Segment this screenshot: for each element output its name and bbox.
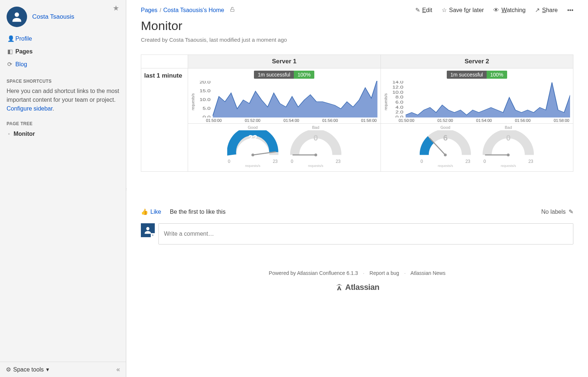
svg-rect-1 xyxy=(231,9,234,11)
page-tree-heading: PAGE TREE xyxy=(7,121,119,126)
col-server-1: Server 1 xyxy=(188,55,381,68)
thumbs-up-icon: 👍 xyxy=(141,208,148,215)
chart-xticks: 01:50:0001:52:0001:54:0001:56:0001:58:00 xyxy=(389,117,570,123)
area-chart: 0.05.010.015.020.0 xyxy=(196,81,378,117)
svg-text:6.0: 6.0 xyxy=(395,100,403,105)
sidebar-item-label: Blog xyxy=(15,61,27,68)
like-label: Like xyxy=(150,209,161,215)
main: Pages / Costa Tsaousis's Home ✎Edit ☆Sav… xyxy=(126,0,588,377)
row-label: last 1 minute xyxy=(141,68,188,172)
page-title: Monitor xyxy=(141,19,573,33)
gauges-server-1: Good 22 023 requests/s Bad 0 023 request… xyxy=(188,124,381,172)
save-for-later-button[interactable]: ☆Save for later xyxy=(442,7,484,14)
svg-text:0.0: 0.0 xyxy=(203,115,211,117)
svg-text:10.0: 10.0 xyxy=(199,98,210,102)
watching-button[interactable]: 👁Watching xyxy=(493,7,525,14)
chevron-down-icon: ▾ xyxy=(46,366,49,373)
svg-text:12.0: 12.0 xyxy=(392,85,403,90)
sidebar-item-pages[interactable]: ◧Pages xyxy=(7,45,119,58)
unlock-icon[interactable] xyxy=(229,7,235,14)
chart-server-1: 1m successful100% requests/s 0.05.010.01… xyxy=(188,68,381,124)
svg-point-16 xyxy=(251,153,254,156)
avatar-icon xyxy=(7,7,27,27)
svg-point-23 xyxy=(146,227,150,230)
star-outline-icon: ☆ xyxy=(442,7,447,14)
footer-powered: Powered by Atlassian Confluence 6.1.3 xyxy=(269,270,358,276)
sidebar-resize-handle[interactable]: ⋮ xyxy=(125,188,127,196)
svg-text:15.0: 15.0 xyxy=(199,89,210,93)
eye-icon: 👁 xyxy=(493,7,499,14)
gauge-good: Good 22 023 requests/s xyxy=(224,125,282,168)
svg-text:8.0: 8.0 xyxy=(395,95,403,100)
atlassian-logo: Atlassian xyxy=(126,283,588,292)
gauge-bad: Bad 0 023 requests/s xyxy=(286,125,345,168)
svg-point-20 xyxy=(444,153,447,156)
share-icon: ↗ xyxy=(535,7,540,14)
comment-avatar-icon: ＋ xyxy=(141,223,155,237)
no-labels-text: No labels xyxy=(541,209,566,215)
page-tree: Monitor xyxy=(7,129,119,139)
footer-report-bug[interactable]: Report a bug xyxy=(370,270,399,276)
gauge-bad: Bad 0 023 requests/s xyxy=(479,125,538,168)
share-button[interactable]: ↗Share xyxy=(535,7,558,14)
pencil-icon: ✎ xyxy=(415,7,420,14)
sidebar-item-profile[interactable]: 👤Profile xyxy=(7,32,119,45)
sidebar-item-label: Profile xyxy=(15,36,32,42)
breadcrumb-separator: / xyxy=(160,7,161,13)
like-first-text: Be the first to like this xyxy=(170,209,225,215)
breadcrumb-row: Pages / Costa Tsaousis's Home ✎Edit ☆Sav… xyxy=(141,7,573,14)
shortcuts-blurb: Here you can add shortcut links to the m… xyxy=(7,87,119,113)
chart-server-2: 1m successful100% requests/s 0.02.04.06.… xyxy=(381,68,573,124)
sidebar-footer: ⚙ Space tools ▾ « xyxy=(0,362,126,377)
ellipsis-icon: ••• xyxy=(567,7,573,14)
col-server-2: Server 2 xyxy=(381,55,573,68)
sidebar: Costa Tsaousis ★ 👤Profile◧Pages⟳Blog SPA… xyxy=(0,0,126,377)
sidebar-nav: 👤Profile◧Pages⟳Blog xyxy=(7,32,119,71)
atlassian-icon xyxy=(335,283,344,292)
configure-sidebar-link[interactable]: Configure sidebar xyxy=(7,105,52,112)
pages-icon: ◧ xyxy=(7,48,15,55)
space-name-link[interactable]: Costa Tsaousis xyxy=(32,13,74,20)
rss-icon: ⟳ xyxy=(7,61,15,68)
more-actions-button[interactable]: ••• xyxy=(567,7,573,14)
edit-button[interactable]: ✎Edit xyxy=(415,7,432,14)
sidebar-item-blog[interactable]: ⟳Blog xyxy=(7,58,119,71)
svg-text:0.0: 0.0 xyxy=(395,115,403,117)
page-meta: Created by Costa Tsaousis, last modified… xyxy=(141,37,573,43)
space-tools-button[interactable]: ⚙ Space tools ▾ xyxy=(6,366,49,373)
footer-links: Powered by Atlassian Confluence 6.1.3 · … xyxy=(126,270,588,276)
status-badge: 1m successful100% xyxy=(384,71,570,79)
person-icon: 👤 xyxy=(7,35,15,42)
edit-labels-button[interactable]: ✎ xyxy=(569,208,573,215)
page-tree-item[interactable]: Monitor xyxy=(8,129,119,139)
page-actions: ✎Edit ☆Save for later 👁Watching ↗Share •… xyxy=(415,7,573,14)
like-button[interactable]: 👍 Like xyxy=(141,208,161,215)
shortcuts-text: Here you can add shortcut links to the m… xyxy=(7,88,119,103)
breadcrumb-parent[interactable]: Costa Tsaousis's Home xyxy=(163,7,224,14)
svg-text:5.0: 5.0 xyxy=(203,107,211,111)
monitor-table: Server 1 Server 2 last 1 minute 1m succe… xyxy=(141,55,573,172)
space-header: Costa Tsaousis ★ xyxy=(7,4,119,32)
chart-ylabel: requests/s xyxy=(384,93,388,110)
gauges-server-2: Good 6 023 requests/s Bad 0 023 requests… xyxy=(381,124,573,172)
atlassian-text: Atlassian xyxy=(345,283,379,292)
svg-text:10.0: 10.0 xyxy=(392,90,403,94)
chart-xticks: 01:50:0001:52:0001:54:0001:56:0001:58:00 xyxy=(196,117,378,123)
gear-icon: ⚙ xyxy=(6,366,11,373)
status-badge: 1m successful100% xyxy=(191,71,378,79)
svg-point-22 xyxy=(507,153,510,156)
breadcrumb-pages[interactable]: Pages xyxy=(141,7,157,14)
sidebar-item-label: Pages xyxy=(15,48,33,55)
svg-text:14.0: 14.0 xyxy=(392,81,403,85)
footer-news[interactable]: Atlassian News xyxy=(411,270,446,276)
svg-text:4.0: 4.0 xyxy=(395,105,403,109)
comment-input[interactable] xyxy=(158,223,573,245)
svg-text:2.0: 2.0 xyxy=(395,110,403,115)
svg-point-0 xyxy=(15,12,19,17)
add-comment-plus-icon: ＋ xyxy=(151,233,155,237)
space-tools-label: Space tools xyxy=(13,366,44,373)
star-icon[interactable]: ★ xyxy=(113,4,119,12)
collapse-sidebar-button[interactable]: « xyxy=(116,366,120,373)
gauge-good: Good 6 023 requests/s xyxy=(416,125,475,168)
chart-ylabel: requests/s xyxy=(191,93,195,110)
